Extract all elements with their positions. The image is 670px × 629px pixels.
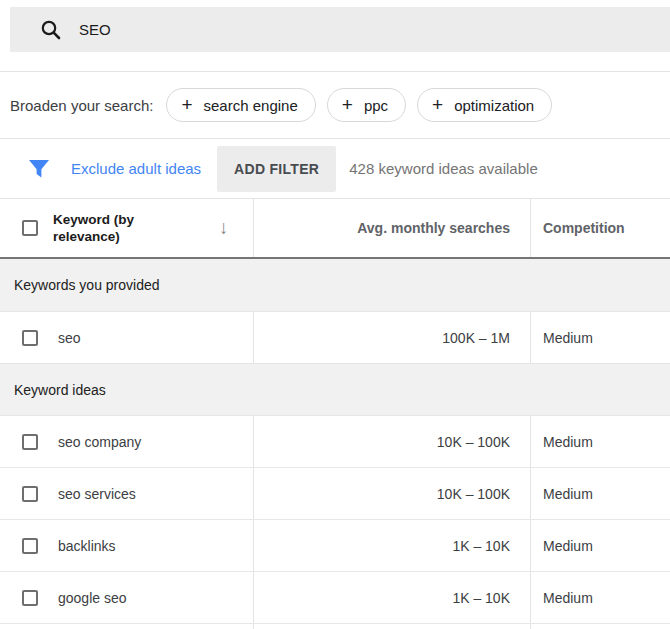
keyword-column-label[interactable]: Keyword (by relevance): [53, 211, 171, 245]
table-row: seo company 10K – 100K Medium: [0, 415, 670, 467]
sort-descending-icon[interactable]: ↓: [219, 217, 229, 239]
select-all-checkbox[interactable]: [22, 220, 38, 236]
filter-funnel-icon: [28, 159, 50, 179]
chip-ppc[interactable]: + ppc: [327, 88, 406, 122]
keyword-text: google seo: [58, 590, 127, 606]
competition-cell: Medium: [530, 468, 670, 519]
search-input[interactable]: [79, 21, 599, 38]
table-section-header: Keyword ideas: [0, 363, 670, 415]
section-label: Keyword ideas: [14, 382, 106, 398]
chip-label: search engine: [204, 97, 298, 114]
table-body: Keywords you provided seo 100K – 1M Medi…: [0, 259, 670, 629]
table-section-header: Keywords you provided: [0, 259, 670, 311]
table-row: google seo 1K – 10K Medium: [0, 571, 670, 623]
avg-monthly-searches-cell: 1K – 10K: [253, 572, 530, 623]
keyword-ideas-count: 428 keyword ideas available: [349, 160, 537, 177]
chip-label: optimization: [454, 97, 534, 114]
avg-monthly-searches-cell: 10K – 100K: [253, 416, 530, 467]
row-checkbox[interactable]: [22, 434, 38, 450]
broaden-search-row: Broaden your search: + search engine + p…: [0, 72, 670, 139]
competition-header[interactable]: Competition: [530, 199, 670, 257]
keyword-header-cell: Keyword (by relevance) ↓: [0, 199, 253, 257]
search-bar-container: [0, 0, 670, 72]
row-checkbox[interactable]: [22, 590, 38, 606]
competition-cell: Medium: [530, 572, 670, 623]
keyword-cell: backlinks: [0, 520, 253, 571]
chip-label: ppc: [364, 97, 388, 114]
table-row: backlinks 1K – 10K Medium: [0, 519, 670, 571]
keyword-cell: seo: [0, 312, 253, 363]
chip-search-engine[interactable]: + search engine: [166, 88, 315, 122]
keyword-cell: seo services: [0, 468, 253, 519]
avg-monthly-searches-cell: 10K – 100K: [253, 468, 530, 519]
competition-cell: Medium: [530, 312, 670, 363]
plus-icon: +: [342, 95, 353, 114]
keyword-text: seo company: [58, 434, 141, 450]
table-row: seo services 10K – 100K Medium: [0, 467, 670, 519]
section-label: Keywords you provided: [14, 277, 160, 293]
row-checkbox[interactable]: [22, 538, 38, 554]
keyword-cell: google seo: [0, 572, 253, 623]
keyword-cell: seo company: [0, 416, 253, 467]
row-checkbox[interactable]: [22, 486, 38, 502]
broaden-search-label: Broaden your search:: [10, 97, 153, 114]
table-row-partial: [0, 623, 670, 629]
competition-cell: Medium: [530, 416, 670, 467]
plus-icon: +: [181, 95, 192, 114]
avg-monthly-searches-cell: 1K – 10K: [253, 520, 530, 571]
search-icon: [40, 19, 62, 41]
competition-cell: [530, 624, 670, 629]
keyword-text: seo: [58, 330, 81, 346]
add-filter-button[interactable]: ADD FILTER: [217, 146, 336, 192]
avg-monthly-searches-cell: 100K – 1M: [253, 312, 530, 363]
filter-bar: Exclude adult ideas ADD FILTER 428 keywo…: [0, 139, 670, 199]
exclude-adult-ideas-link[interactable]: Exclude adult ideas: [71, 160, 201, 177]
keyword-search-bar[interactable]: [10, 7, 670, 52]
keyword-cell: [0, 624, 253, 629]
row-checkbox[interactable]: [22, 330, 38, 346]
table-header: Keyword (by relevance) ↓ Avg. monthly se…: [0, 199, 670, 259]
avg-monthly-searches-cell: [253, 624, 530, 629]
table-row: seo 100K – 1M Medium: [0, 311, 670, 363]
chip-optimization[interactable]: + optimization: [417, 88, 552, 122]
competition-cell: Medium: [530, 520, 670, 571]
plus-icon: +: [432, 95, 443, 114]
keyword-text: seo services: [58, 486, 136, 502]
keyword-text: backlinks: [58, 538, 116, 554]
avg-monthly-searches-header[interactable]: Avg. monthly searches: [253, 199, 530, 257]
